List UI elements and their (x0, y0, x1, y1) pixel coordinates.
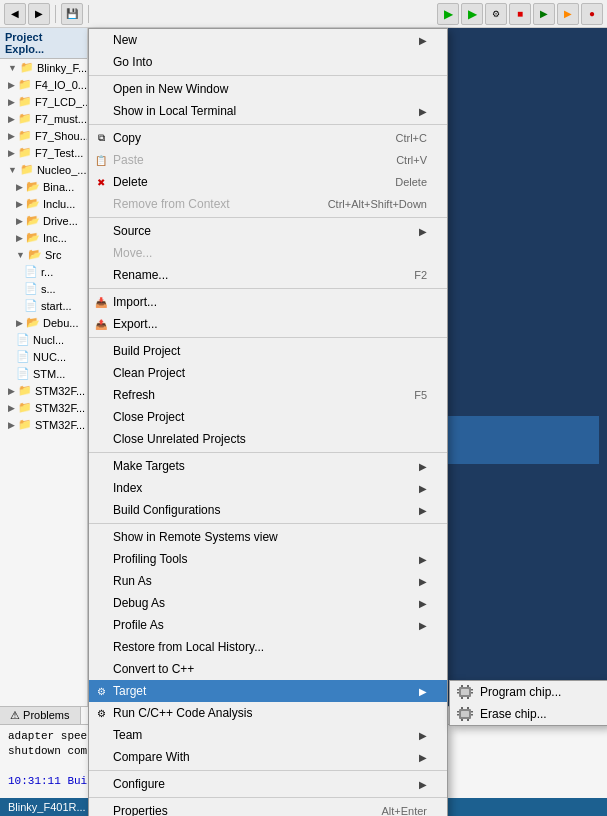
toolbar-btn-back[interactable]: ◀ (4, 3, 26, 25)
menu-item-go-into[interactable]: Go Into (89, 51, 447, 73)
menu-item-show-remote[interactable]: Show in Remote Systems view (89, 526, 447, 548)
tree-item-inclu[interactable]: ▶ 📂 Inclu... (0, 195, 87, 212)
menu-item-properties[interactable]: Properties Alt+Enter (89, 800, 447, 816)
menu-item-source[interactable]: Source ▶ (89, 220, 447, 242)
menu-item-copy[interactable]: ⧉ Copy Ctrl+C (89, 127, 447, 149)
menu-item-show-local-terminal[interactable]: Show in Local Terminal ▶ (89, 100, 447, 122)
tree-item-f7test[interactable]: ▶ 📁 F7_Test... (0, 144, 87, 161)
context-menu: New ▶ Go Into Open in New Window Show in… (88, 28, 448, 816)
menu-separator (89, 337, 447, 338)
tree-arrow: ▼ (8, 165, 17, 175)
tree-item-f7must[interactable]: ▶ 📁 F7_must... (0, 110, 87, 127)
svg-rect-18 (461, 719, 463, 721)
menu-item-convert-cpp[interactable]: Convert to C++ (89, 658, 447, 680)
file-icon: 📄 (24, 282, 38, 295)
menu-separator (89, 523, 447, 524)
menu-item-configure[interactable]: Configure ▶ (89, 773, 447, 795)
tree-item-nuc[interactable]: 📄 NUC... (0, 348, 87, 365)
tree-item-stm32f1[interactable]: ▶ 📁 STM32F... (0, 382, 87, 399)
submenu-item-program-chip[interactable]: Program chip... (450, 681, 607, 703)
menu-label: Paste (113, 153, 144, 167)
submenu-item-erase-chip[interactable]: Erase chip... (450, 703, 607, 725)
tree-item-nucleo[interactable]: ▼ 📁 Nucleo_... (0, 161, 87, 178)
tab-problems[interactable]: ⚠ Problems (0, 707, 81, 724)
menu-item-new[interactable]: New ▶ (89, 29, 447, 51)
file-icon: 📄 (16, 350, 30, 363)
toolbar-btn-more[interactable]: ▶ (557, 3, 579, 25)
tree-item-src[interactable]: ▼ 📂 Src (0, 246, 87, 263)
menu-item-compare-with[interactable]: Compare With ▶ (89, 746, 447, 768)
project-icon: 📁 (18, 401, 32, 414)
tree-label: Blinky_F... (37, 62, 87, 74)
submenu-arrow-icon: ▶ (419, 35, 427, 46)
erase-chip-icon (456, 705, 474, 723)
tree-item-r[interactable]: 📄 r... (0, 263, 87, 280)
menu-item-close-unrelated[interactable]: Close Unrelated Projects (89, 428, 447, 450)
menu-item-debug-as[interactable]: Debug As ▶ (89, 592, 447, 614)
tree-arrow: ▶ (16, 182, 23, 192)
target-icon: ⚙ (93, 683, 109, 699)
shortcut-label: Ctrl+V (396, 154, 427, 166)
menu-separator (89, 452, 447, 453)
menu-item-make-targets[interactable]: Make Targets ▶ (89, 455, 447, 477)
tree-label: start... (41, 300, 72, 312)
menu-item-paste[interactable]: 📋 Paste Ctrl+V (89, 149, 447, 171)
tree-item-debu[interactable]: ▶ 📂 Debu... (0, 314, 87, 331)
menu-item-export[interactable]: 📤 Export... (89, 313, 447, 335)
menu-item-index[interactable]: Index ▶ (89, 477, 447, 499)
menu-item-build-configs[interactable]: Build Configurations ▶ (89, 499, 447, 521)
submenu-arrow-icon: ▶ (419, 598, 427, 609)
menu-item-run-as[interactable]: Run As ▶ (89, 570, 447, 592)
tree-label: Nucleo_... (37, 164, 87, 176)
svg-rect-6 (461, 685, 463, 687)
tree-label: Inc... (43, 232, 67, 244)
tree-item-blinky[interactable]: ▼ 📁 Blinky_F... (0, 59, 87, 76)
menu-item-build-project[interactable]: Build Project (89, 340, 447, 362)
menu-item-profiling-tools[interactable]: Profiling Tools ▶ (89, 548, 447, 570)
menu-item-rename[interactable]: Rename... F2 (89, 264, 447, 286)
tree-label: Inclu... (43, 198, 75, 210)
menu-item-import[interactable]: 📥 Import... (89, 291, 447, 313)
tree-item-f4io[interactable]: ▶ 📁 F4_IO_0... (0, 76, 87, 93)
menu-item-open-new-window[interactable]: Open in New Window (89, 78, 447, 100)
menu-item-refresh[interactable]: Refresh F5 (89, 384, 447, 406)
tree-item-f7lcd[interactable]: ▶ 📁 F7_LCD_... (0, 93, 87, 110)
menu-item-delete[interactable]: ✖ Delete Delete (89, 171, 447, 193)
tree-item-nucl[interactable]: 📄 Nucl... (0, 331, 87, 348)
tree-item-stm32f3[interactable]: ▶ 📁 STM32F... (0, 416, 87, 433)
toolbar-btn-save[interactable]: 💾 (61, 3, 83, 25)
tree-item-f7shou[interactable]: ▶ 📁 F7_Shou... (0, 127, 87, 144)
menu-label: Run C/C++ Code Analysis (113, 706, 252, 720)
toolbar-btn-extra[interactable]: ● (581, 3, 603, 25)
tree-item-drive[interactable]: ▶ 📂 Drive... (0, 212, 87, 229)
menu-item-restore-local-history[interactable]: Restore from Local History... (89, 636, 447, 658)
toolbar-btn-fwd[interactable]: ▶ (28, 3, 50, 25)
svg-rect-8 (461, 697, 463, 699)
tree-item-stm32f2[interactable]: ▶ 📁 STM32F... (0, 399, 87, 416)
menu-item-profile-as[interactable]: Profile As ▶ (89, 614, 447, 636)
menu-item-clean-project[interactable]: Clean Project (89, 362, 447, 384)
menu-item-close-project[interactable]: Close Project (89, 406, 447, 428)
folder-icon: 📂 (26, 180, 40, 193)
tree-item-start[interactable]: 📄 start... (0, 297, 87, 314)
tree-item-s[interactable]: 📄 s... (0, 280, 87, 297)
toolbar-btn-run[interactable]: ▶ (437, 3, 459, 25)
tree-item-bina[interactable]: ▶ 📂 Bina... (0, 178, 87, 195)
toolbar-btn-stop[interactable]: ■ (509, 3, 531, 25)
menu-item-run-analysis[interactable]: ⚙ Run C/C++ Code Analysis (89, 702, 447, 724)
tree-item-inc[interactable]: ▶ 📂 Inc... (0, 229, 87, 246)
svg-rect-3 (457, 692, 459, 694)
project-icon: 📁 (18, 418, 32, 431)
menu-separator (89, 770, 447, 771)
menu-item-team[interactable]: Team ▶ (89, 724, 447, 746)
svg-rect-5 (471, 692, 473, 694)
menu-item-move[interactable]: Move... (89, 242, 447, 264)
toolbar-btn-profile[interactable]: ▶ (533, 3, 555, 25)
toolbar-btn-debug[interactable]: ▶ (461, 3, 483, 25)
toolbar: ◀ ▶ 💾 ▶ ▶ ⚙ ■ ▶ ▶ ● (0, 0, 607, 28)
menu-item-remove-context[interactable]: Remove from Context Ctrl+Alt+Shift+Down (89, 193, 447, 215)
tree-item-stm[interactable]: 📄 STM... (0, 365, 87, 382)
toolbar-btn-ext[interactable]: ⚙ (485, 3, 507, 25)
tree-label: NUC... (33, 351, 66, 363)
menu-item-target[interactable]: ⚙ Target ▶ (89, 680, 447, 702)
